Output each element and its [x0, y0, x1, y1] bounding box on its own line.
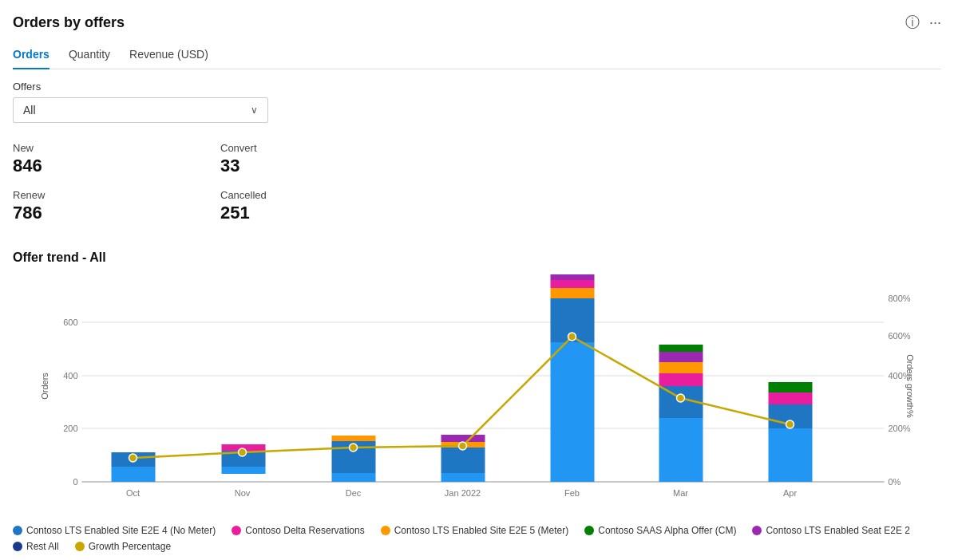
legend-item-lts-seat-e2e2: Contoso LTS Enabled Seat E2E 2	[752, 525, 910, 536]
chart-legend: Contoso LTS Enabled Site E2E 4 (No Meter…	[13, 525, 941, 552]
metric-renew: Renew 786	[13, 184, 220, 231]
svg-text:Apr: Apr	[783, 488, 797, 498]
legend-color-lts-meter	[381, 526, 390, 535]
metric-new-label: New	[13, 142, 220, 154]
legend-color-lts-e2e4	[13, 526, 22, 535]
legend-color-delta	[232, 526, 241, 535]
legend-item-contoso-lts-site-e2e4: Contoso LTS Enabled Site E2E 4 (No Meter…	[13, 525, 216, 536]
svg-text:400: 400	[63, 371, 77, 381]
svg-text:400%: 400%	[889, 371, 911, 381]
svg-rect-31	[551, 288, 595, 298]
svg-rect-34	[659, 418, 703, 482]
growth-dot-feb	[568, 333, 576, 341]
chart-section: Offer trend - All Orders Orders growth% …	[13, 250, 941, 552]
svg-rect-39	[659, 345, 703, 352]
metric-convert: Convert 33	[220, 137, 428, 184]
growth-dot-dec	[350, 444, 358, 452]
legend-label-lts-seat: Contoso LTS Enabled Seat E2E 2	[766, 525, 910, 536]
svg-text:800%: 800%	[889, 294, 911, 303]
offers-dropdown[interactable]: All ∨	[13, 97, 268, 123]
metric-cancelled: Cancelled 251	[220, 184, 428, 231]
svg-rect-32	[551, 280, 595, 288]
tab-revenue[interactable]: Revenue (USD)	[129, 41, 208, 69]
svg-text:Dec: Dec	[346, 488, 362, 498]
chart-container: Orders Orders growth% 0 200 400 600 0% 2…	[13, 274, 941, 514]
offers-label: Offers	[13, 81, 941, 93]
svg-text:Oct: Oct	[126, 488, 140, 498]
svg-text:Nov: Nov	[235, 488, 251, 498]
tab-bar: Orders Quantity Revenue (USD)	[13, 41, 941, 69]
svg-rect-26	[441, 448, 485, 473]
metric-cancelled-label: Cancelled	[220, 189, 428, 201]
legend-label-saas-alpha: Contoso SAAS Alpha Offer (CM)	[598, 525, 736, 536]
chart-title: Offer trend - All	[13, 250, 941, 265]
legend-label-lts-meter: Contoso LTS Enabled Site E2E 5 (Meter)	[394, 525, 569, 536]
svg-text:Orders: Orders	[40, 373, 49, 400]
svg-text:0%: 0%	[889, 477, 901, 487]
svg-rect-24	[332, 436, 376, 441]
legend-label-rest-all: Rest All	[26, 541, 59, 552]
svg-rect-42	[769, 392, 813, 404]
legend-color-saas-alpha	[584, 526, 594, 535]
svg-text:Orders growth%: Orders growth%	[905, 354, 915, 418]
info-icon[interactable]: ⓘ	[905, 13, 920, 32]
metric-convert-label: Convert	[220, 142, 428, 154]
svg-text:0: 0	[73, 477, 77, 487]
legend-item-delta-reservations: Contoso Delta Reservations	[232, 525, 364, 536]
legend-item-growth: Growth Percentage	[75, 541, 171, 552]
metrics-grid: New 846 Convert 33 Renew 786 Cancelled 2…	[13, 137, 428, 231]
tab-quantity[interactable]: Quantity	[69, 41, 110, 69]
legend-color-lts-seat	[752, 526, 762, 535]
svg-text:600%: 600%	[889, 331, 911, 341]
legend-label-growth: Growth Percentage	[89, 541, 171, 552]
legend-label-lts-e2e4: Contoso LTS Enabled Site E2E 4 (No Meter…	[26, 525, 216, 536]
metric-renew-label: Renew	[13, 189, 220, 201]
legend-item-lts-meter: Contoso LTS Enabled Site E2E 5 (Meter)	[381, 525, 569, 536]
svg-rect-37	[659, 362, 703, 373]
page-title: Orders by offers	[13, 14, 125, 31]
more-options-icon[interactable]: ···	[929, 14, 941, 31]
svg-rect-40	[769, 428, 813, 482]
svg-text:200: 200	[63, 424, 77, 433]
svg-rect-28	[441, 435, 485, 442]
svg-rect-22	[332, 473, 376, 482]
legend-label-delta: Contoso Delta Reservations	[245, 525, 364, 536]
metric-new-value: 846	[13, 156, 220, 176]
metric-renew-value: 786	[13, 203, 220, 223]
dropdown-value: All	[23, 104, 36, 116]
legend-color-rest-all	[13, 542, 22, 551]
header-icons: ⓘ ···	[905, 13, 941, 32]
metric-new: New 846	[13, 137, 220, 184]
svg-rect-43	[769, 382, 813, 392]
growth-dot-apr	[786, 420, 794, 428]
legend-item-rest-all: Rest All	[13, 541, 59, 552]
svg-rect-36	[659, 373, 703, 386]
svg-rect-33	[551, 274, 595, 280]
growth-dot-mar	[677, 394, 685, 402]
svg-rect-38	[659, 352, 703, 362]
metric-convert-value: 33	[220, 156, 428, 176]
svg-rect-19	[222, 467, 266, 474]
svg-rect-17	[112, 467, 156, 482]
bar-chart: Orders Orders growth% 0 200 400 600 0% 2…	[13, 274, 941, 514]
page-header: Orders by offers ⓘ ···	[13, 13, 941, 32]
chevron-down-icon: ∨	[251, 105, 258, 116]
legend-color-growth	[75, 542, 85, 551]
svg-rect-25	[441, 473, 485, 482]
legend-item-saas-alpha: Contoso SAAS Alpha Offer (CM)	[584, 525, 736, 536]
tab-orders[interactable]: Orders	[13, 41, 49, 69]
growth-dot-nov	[239, 448, 247, 456]
growth-dot-jan	[459, 442, 467, 450]
growth-dot-oct	[129, 454, 137, 462]
svg-rect-29	[551, 342, 595, 482]
svg-text:Mar: Mar	[673, 488, 688, 498]
svg-text:Feb: Feb	[564, 488, 580, 498]
svg-text:600: 600	[63, 317, 77, 327]
metric-cancelled-value: 251	[220, 203, 428, 223]
svg-text:Jan 2022: Jan 2022	[445, 488, 481, 498]
svg-text:200%: 200%	[889, 424, 911, 433]
